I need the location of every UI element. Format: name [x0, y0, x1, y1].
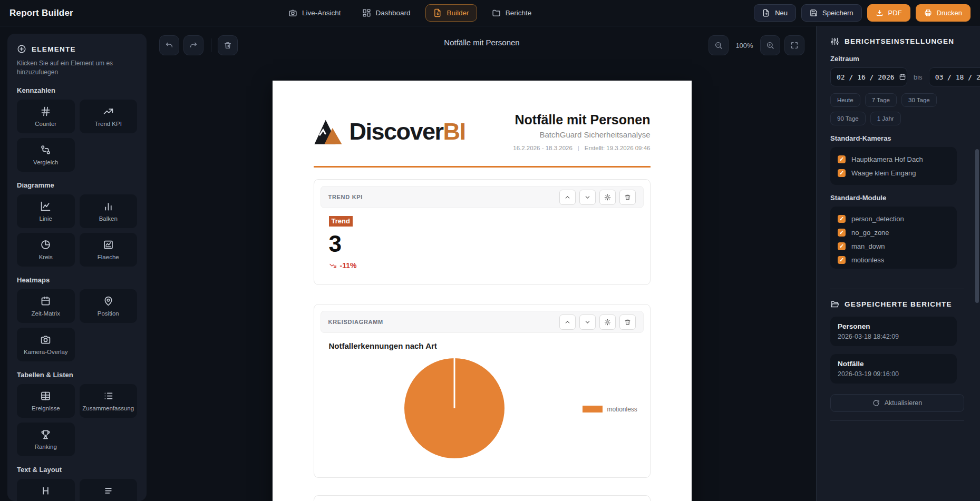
save-button[interactable]: Speichern: [801, 4, 862, 22]
kpi-label-chip[interactable]: Trend: [329, 216, 353, 227]
section-label-text-layout: Text & Layout: [17, 466, 137, 474]
move-down-button[interactable]: [579, 190, 596, 205]
element-tile-zusammenfassung[interactable]: Zusammenfassung: [80, 384, 138, 418]
logo-text: DiscoverBI: [350, 118, 465, 145]
move-down-button[interactable]: [579, 315, 596, 330]
nav-label: Builder: [447, 9, 469, 17]
checkbox-checked-icon[interactable]: ✓: [838, 242, 846, 250]
saved-report-item[interactable]: Personen 2026-03-18 18:42:09: [830, 317, 957, 346]
checkbox-checked-icon[interactable]: ✓: [838, 229, 846, 237]
hash-icon: [40, 106, 51, 117]
canvas-toolbar: Notfälle mit Personen 100%: [148, 26, 816, 57]
checkbox-checked-icon[interactable]: ✓: [838, 256, 846, 264]
card-actions: [559, 315, 636, 330]
calendar-icon[interactable]: [899, 73, 906, 81]
compare-icon: [40, 144, 51, 155]
range-7-tage-button[interactable]: 7 Tage: [865, 93, 897, 107]
zoom-out-button[interactable]: [709, 35, 729, 55]
nav-berichte[interactable]: Berichte: [486, 4, 538, 22]
element-tile-counter[interactable]: Counter: [17, 100, 75, 133]
save-icon: [810, 9, 818, 17]
element-tile-flaeche[interactable]: Flaeche: [80, 233, 138, 267]
move-up-button[interactable]: [559, 190, 576, 205]
redo-button[interactable]: [183, 35, 203, 55]
range-30-tage-button[interactable]: 30 Tage: [901, 93, 937, 107]
element-tile-textblock[interactable]: Textblock: [80, 479, 138, 501]
date-to-input[interactable]: 03 / 18 / 2026: [929, 67, 980, 86]
element-tile-kreis[interactable]: Kreis: [17, 233, 75, 267]
undo-button[interactable]: [159, 35, 179, 55]
element-tile-ereignisse[interactable]: Ereignisse: [17, 384, 75, 418]
tile-label: Trend KPI: [95, 121, 122, 127]
range-heute-button[interactable]: Heute: [830, 93, 860, 107]
range-1-jahr-button[interactable]: 1 Jahr: [870, 112, 901, 125]
document-date-range: 16.2.2026 - 18.3.2026: [513, 145, 573, 151]
refresh-button[interactable]: Aktualisieren: [830, 394, 964, 412]
module-checkbox-row[interactable]: ✓ no_go_zone: [838, 225, 949, 239]
delete-card-button[interactable]: [619, 190, 636, 205]
zoom-in-icon: [766, 41, 774, 50]
heading-icon: [40, 485, 51, 496]
saved-report-item[interactable]: Notfälle 2026-03-19 09:16:00: [830, 354, 957, 384]
element-tile-trend-kpi[interactable]: Trend KPI: [80, 100, 138, 133]
element-tile-zeit-matrix[interactable]: Zeit-Matrix: [17, 289, 75, 323]
discoverbi-logo: DiscoverBI: [314, 117, 465, 146]
checkbox-checked-icon[interactable]: ✓: [838, 169, 846, 177]
fullscreen-button[interactable]: [784, 35, 804, 55]
new-button[interactable]: Neu: [754, 4, 796, 22]
tile-label: Zeit-Matrix: [32, 310, 60, 317]
trend-kpi-card[interactable]: TREND KPI Trend 3 -11%: [314, 179, 651, 285]
undo-icon: [165, 41, 173, 50]
checkbox-checked-icon[interactable]: ✓: [838, 155, 846, 163]
sidebar-scrollbar[interactable]: [975, 149, 979, 303]
element-tile-linie[interactable]: Linie: [17, 194, 75, 228]
module-label: motionless: [851, 256, 884, 264]
nav-live-ansicht[interactable]: Live-Ansicht: [282, 4, 347, 22]
zoom-in-button[interactable]: [760, 35, 780, 55]
checkbox-checked-icon[interactable]: ✓: [838, 215, 846, 223]
settings-button[interactable]: [599, 315, 616, 330]
module-checkbox-row[interactable]: ✓ person_detection: [838, 212, 949, 225]
element-tile-ranking[interactable]: Ranking: [17, 423, 75, 456]
kpi-body: Trend 3 -11%: [321, 208, 644, 278]
pdf-button[interactable]: PDF: [867, 4, 910, 22]
pie-legend: motionless: [583, 406, 637, 413]
kpi-value: 3: [329, 232, 635, 256]
move-up-button[interactable]: [559, 315, 576, 330]
settings-button[interactable]: [599, 190, 616, 205]
element-tile-vergleich[interactable]: Vergleich: [17, 138, 75, 172]
element-tile-position[interactable]: Position: [80, 289, 138, 323]
module-checkbox-row[interactable]: ✓ man_down: [838, 239, 949, 253]
module-checkbox-row[interactable]: ✓ motionless: [838, 253, 949, 267]
canvas-scroll-area[interactable]: DiscoverBI Notfälle mit Personen BatchGu…: [148, 57, 816, 501]
camera-checkbox-row[interactable]: ✓ Hauptkamera Hof Dach: [838, 152, 949, 166]
element-tile-ueberschrift[interactable]: Ueberschrift: [17, 479, 75, 501]
camera-label: Hauptkamera Hof Dach: [851, 155, 923, 163]
bar-chart-icon: [103, 201, 114, 212]
document-header: DiscoverBI Notfälle mit Personen BatchGu…: [314, 112, 651, 151]
tile-label: Kreis: [39, 254, 53, 260]
element-tile-kamera-overlay[interactable]: Kamera-Overlay: [17, 328, 75, 361]
section-label-diagramme: Diagramme: [17, 181, 137, 189]
nav-builder[interactable]: Builder: [425, 4, 477, 22]
tile-label: Position: [98, 310, 119, 317]
print-button[interactable]: Drucken: [916, 4, 971, 22]
delete-element-button[interactable]: [218, 35, 238, 55]
delete-card-button[interactable]: [619, 315, 636, 330]
module-checkbox-row[interactable]: ✓: [838, 267, 949, 269]
element-tile-balken[interactable]: Balken: [80, 194, 138, 228]
date-from-input[interactable]: 02 / 16 / 2026: [830, 67, 907, 86]
nav-dashboard[interactable]: Dashboard: [356, 4, 417, 22]
camera-checkbox-row[interactable]: ✓ Waage klein Eingang: [838, 166, 949, 180]
document-title: Notfälle mit Personen: [513, 112, 650, 127]
next-report-card-partial[interactable]: [314, 495, 651, 501]
pie-chart-card[interactable]: KREISDIAGRAMM Notfallerkennungen nach Ar…: [314, 304, 651, 478]
range-90-tage-button[interactable]: 90 Tage: [830, 112, 866, 125]
modules-checklist[interactable]: ✓ person_detection ✓ no_go_zone ✓ man_do…: [830, 207, 957, 269]
download-icon: [876, 9, 884, 17]
elements-sidebar: ELEMENTE Klicken Sie auf ein Element um …: [0, 26, 148, 501]
calendar-icon: [40, 296, 51, 307]
report-document: DiscoverBI Notfälle mit Personen BatchGu…: [273, 81, 692, 501]
saved-reports-section: GESPEICHERTE BERICHTE Personen 2026-03-1…: [830, 289, 964, 421]
card-header: TREND KPI: [321, 186, 644, 208]
